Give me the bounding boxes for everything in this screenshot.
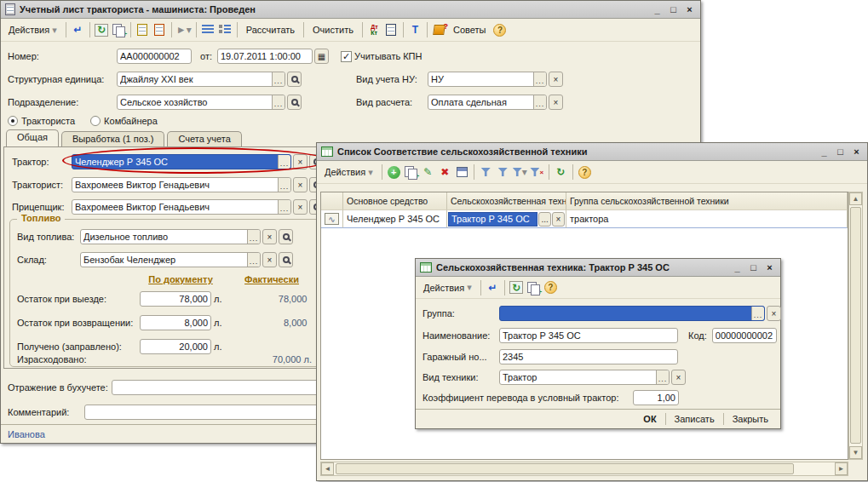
radio-tractorist[interactable] [8, 116, 18, 126]
clear-field-button[interactable]: × [262, 229, 277, 244]
open-button[interactable] [279, 229, 293, 244]
open-button[interactable] [279, 252, 293, 267]
filter-by-value-icon[interactable] [496, 165, 510, 180]
clear-field-button[interactable]: × [552, 212, 565, 227]
select-button[interactable]: ... [533, 95, 546, 109]
select-button[interactable]: ... [272, 72, 285, 86]
cell-asset[interactable]: Челенджер Р 345 ОС [343, 210, 447, 228]
help-icon[interactable]: ? [578, 165, 592, 180]
group-field[interactable]: ... [499, 306, 765, 321]
cell-group[interactable]: трактора [566, 210, 848, 228]
depart-field[interactable]: Сельское хозяйство... [117, 95, 285, 110]
clear-field-button[interactable]: × [262, 252, 277, 267]
clear-field-button[interactable]: × [293, 177, 308, 192]
cell-machine[interactable]: Трактор Р 345 ОС ... × [447, 210, 566, 228]
minimize-button[interactable]: _ [651, 3, 664, 15]
ok-button[interactable]: ОК [636, 412, 663, 426]
dtkt-icon[interactable]: ДтКт [367, 23, 382, 37]
scroll-left-button[interactable]: ◄ [321, 462, 334, 475]
vertical-scroll-thumb[interactable] [850, 207, 861, 444]
export-doc-icon[interactable] [152, 23, 167, 37]
number-field[interactable]: АА000000002 [117, 49, 192, 64]
checkbox-list-icon[interactable] [218, 23, 233, 37]
scroll-right-button[interactable]: ► [835, 462, 848, 475]
help-icon[interactable]: ? [492, 23, 507, 37]
maximize-button[interactable]: □ [667, 3, 680, 15]
actions-menu-button[interactable]: Действия▾ [4, 23, 61, 37]
close-button[interactable]: × [683, 3, 696, 15]
select-button[interactable]: ... [751, 307, 764, 320]
copy-icon[interactable]: + [112, 23, 126, 37]
header-asset[interactable]: Основное средство [343, 192, 447, 210]
warehouse-field[interactable]: Бензобак Челенджер... [80, 252, 261, 267]
calendar-button[interactable]: ▦ [314, 49, 329, 64]
copy-icon[interactable]: + [526, 280, 541, 295]
driver-field[interactable]: Вахромеев Виктор Генадьевич... [72, 177, 291, 192]
actions-menu-button[interactable]: Действия▾ [419, 280, 476, 295]
maximize-button[interactable]: □ [747, 261, 760, 273]
select-button[interactable]: ... [533, 72, 546, 86]
clear-button[interactable]: Очистить [308, 23, 358, 37]
reread-icon[interactable]: ↻ [509, 280, 524, 295]
table-row[interactable]: ∿ Челенджер Р 345 ОС Трактор Р 345 ОС ..… [321, 210, 848, 228]
clear-field-button[interactable]: × [293, 199, 308, 215]
fuel-doc-field[interactable]: 8,000 [140, 315, 211, 330]
advice-button[interactable]: Советы [449, 23, 490, 37]
filter-clear-icon[interactable]: × [530, 165, 544, 180]
select-button[interactable]: ... [247, 253, 260, 267]
responsible-link[interactable]: Иванова [8, 429, 45, 439]
delete-icon[interactable]: ✖ [438, 165, 452, 180]
header-group[interactable]: Группа сельскохозяйственной техники [566, 192, 848, 210]
garage-number-field[interactable]: 2345 [499, 349, 678, 364]
copy-icon[interactable]: + [404, 165, 418, 180]
refresh-icon[interactable]: ↻ [554, 165, 568, 180]
struct-field[interactable]: Джайляу XXI век... [117, 72, 285, 87]
code-field[interactable]: 00000000002 [712, 328, 777, 343]
close-button[interactable]: × [850, 146, 863, 158]
horizontal-scroll-thumb[interactable] [336, 463, 794, 474]
filter-settings-icon[interactable] [479, 165, 493, 180]
clear-field-button[interactable]: × [767, 306, 781, 321]
maximize-button[interactable]: □ [834, 146, 847, 158]
select-button[interactable]: ... [272, 95, 285, 109]
header-machine[interactable]: Сельскохозяйственная техника [447, 192, 566, 210]
scroll-up-button[interactable]: ▲ [849, 192, 862, 205]
tractor-field[interactable]: Челенджер Р 345 ОС... [72, 154, 291, 169]
help-icon[interactable]: ? [543, 280, 558, 295]
select-button[interactable]: ... [538, 212, 551, 227]
actions-menu-button[interactable]: Действия▾ [320, 165, 377, 180]
kpn-checkbox[interactable]: ✓ [341, 51, 352, 62]
fuel-type-field[interactable]: Дизельное топливо... [80, 229, 261, 244]
trailer-field[interactable]: Вахромеев Виктор Генадьевич... [72, 199, 291, 215]
fuel-doc-field[interactable]: 78,000 [140, 291, 211, 307]
post-document-icon[interactable]: ↵ [71, 23, 85, 37]
clear-field-button[interactable]: × [293, 154, 308, 169]
calctype-field[interactable]: Оплата сдельная... [428, 95, 547, 110]
tab-accounts[interactable]: Счета учета [167, 131, 241, 147]
vertical-scrollbar[interactable]: ▲ ▼ [848, 192, 863, 460]
add-icon[interactable]: + [387, 165, 401, 180]
open-button[interactable] [287, 72, 302, 87]
select-button[interactable]: ... [278, 200, 290, 214]
kind-field[interactable]: Трактор... [499, 370, 670, 385]
nu-field[interactable]: НУ... [428, 72, 547, 87]
report-icon[interactable] [384, 23, 399, 37]
structure-filter-icon[interactable]: Т [408, 23, 423, 37]
select-button[interactable]: ... [247, 230, 260, 244]
reread-icon[interactable]: ↻ [95, 23, 109, 37]
machine-field[interactable]: Трактор Р 345 ОС [448, 212, 537, 227]
horizontal-scrollbar[interactable]: ◄ ► [320, 462, 848, 476]
edit-icon[interactable]: ✎ [421, 165, 435, 180]
scroll-down-button[interactable]: ▼ [849, 446, 862, 459]
clear-field-button[interactable]: × [549, 95, 563, 110]
fill-icon[interactable]: ►▾ [176, 23, 192, 37]
close-window-button[interactable]: Закрыть [726, 412, 775, 426]
write-button[interactable]: Записать [668, 412, 721, 426]
minimize-button[interactable]: _ [818, 146, 831, 158]
set-interval-icon[interactable] [455, 165, 469, 180]
list-settings-icon[interactable] [201, 23, 216, 37]
calculate-button[interactable]: Рассчитать [242, 23, 299, 37]
filter-history-icon[interactable]: ▾ [513, 165, 527, 180]
minimize-button[interactable]: _ [731, 261, 744, 273]
tab-general[interactable]: Общая [6, 129, 59, 147]
